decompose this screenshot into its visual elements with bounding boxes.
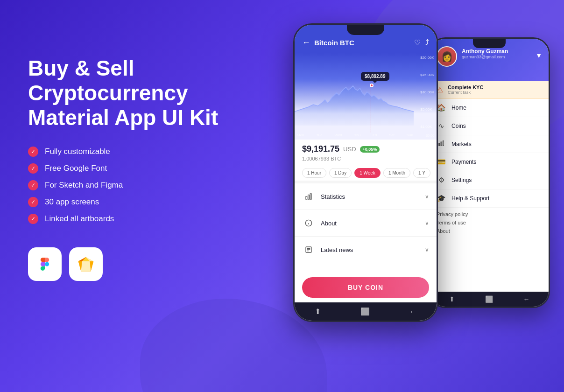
statistics-icon xyxy=(302,190,315,203)
nav2-item-settings[interactable]: ⚙ Settings xyxy=(430,171,549,189)
time-btn-1week[interactable]: 1 Week xyxy=(354,168,381,178)
svg-rect-10 xyxy=(310,194,311,199)
nav2-item-home[interactable]: 🏠 Home xyxy=(430,99,549,117)
phone2-nav-back[interactable]: ⬆ xyxy=(449,295,455,303)
nav2-item-help[interactable]: 🎓 Help & Support xyxy=(430,189,549,208)
phone2-nav-home[interactable]: ⬜ xyxy=(485,295,493,303)
coins-label: Coins xyxy=(451,123,466,129)
kyc-subtitle: Current task xyxy=(448,90,483,95)
feature-item: ✓ 30 app screens xyxy=(28,197,261,207)
chart-day-labels: Mon Tue Wed Thu Fri Sat Sun xyxy=(297,133,413,137)
kyc-title: Complete KYC xyxy=(448,84,483,90)
day-mon: Mon xyxy=(297,133,304,137)
user-email: guzman33@gmail.com xyxy=(462,55,508,59)
price-currency: USD xyxy=(343,146,356,153)
news-icon xyxy=(302,243,315,256)
menu-item-left: About xyxy=(302,217,337,230)
about-link[interactable]: About xyxy=(437,228,542,234)
check-icon: ✓ xyxy=(28,163,38,174)
nav-recent-icon[interactable]: ← xyxy=(409,308,417,316)
check-icon: ✓ xyxy=(28,147,38,157)
help-label: Help & Support xyxy=(451,195,489,202)
user-avatar: 👩 xyxy=(437,46,457,67)
kyc-text-group: Complete KYC Current task xyxy=(448,84,483,95)
time-btn-1month[interactable]: 1 Month xyxy=(383,168,410,178)
back-arrow-icon[interactable]: ← xyxy=(302,38,310,48)
news-label: Latest news xyxy=(321,246,353,253)
feature-text: 30 app screens xyxy=(45,197,99,207)
phone-header-left: ← Bitcoin BTC xyxy=(302,38,354,48)
left-section: Buy & SellCryptocurrencyMaterial App UI … xyxy=(28,56,261,281)
time-filters: 1 Hour 1 Day 1 Week 1 Month 1 Y xyxy=(295,165,437,181)
user-name: Anthony Guzman xyxy=(462,48,508,55)
chart-label-1k: $1.00K xyxy=(420,125,434,129)
privacy-link[interactable]: Privacy policy xyxy=(437,211,542,217)
settings-label: Settings xyxy=(451,177,472,183)
buy-coin-button[interactable]: BUY COIN xyxy=(302,277,429,298)
feature-item: ✓ Linked all artboards xyxy=(28,214,261,224)
statistics-label: Statistics xyxy=(321,193,345,200)
phone-main: ← Bitcoin BTC ♡ ⤴ $20.00K $15.00K $10.00… xyxy=(293,23,438,322)
price-section: $9,191.75 USD +0,05% 1.00067933 BTC xyxy=(295,140,437,165)
nav2-item-payments[interactable]: 💳 Payments xyxy=(430,153,549,171)
nav2-item-markets[interactable]: Markets xyxy=(430,135,549,153)
markets-icon xyxy=(437,140,446,148)
check-icon: ✓ xyxy=(28,180,38,190)
figma-logo xyxy=(28,247,62,281)
day-tue: Tue xyxy=(316,133,323,137)
price-change-badge: +0,05% xyxy=(360,146,380,153)
share-icon[interactable]: ⤴ xyxy=(425,38,429,47)
about-label: About xyxy=(321,220,337,227)
nav-back-icon[interactable]: ⬆ xyxy=(315,307,321,316)
feature-item: ✓ Fully customizable xyxy=(28,147,261,157)
menu-item-statistics[interactable]: Statistics ∨ xyxy=(295,183,437,210)
svg-rect-9 xyxy=(308,195,310,199)
info-icon xyxy=(302,217,315,230)
feature-text: Linked all artboards xyxy=(45,214,114,224)
feature-text: For Sketch and Figma xyxy=(45,181,123,190)
phone2-footer: Privacy policy Terms of use About xyxy=(430,208,549,238)
time-btn-1hour[interactable]: 1 Hour xyxy=(302,168,326,178)
menu-item-news[interactable]: Latest news ∨ xyxy=(295,237,437,263)
nav2-item-coins[interactable]: ∿ Coins xyxy=(430,117,549,135)
markets-label: Markets xyxy=(451,141,472,147)
svg-rect-8 xyxy=(306,196,307,199)
coins-icon: ∿ xyxy=(437,122,446,130)
phone-nav-bar: ⬆ ⬜ ← xyxy=(295,302,437,321)
features-list: ✓ Fully customizable ✓ Free Google Font … xyxy=(28,147,261,224)
day-sun: Sun xyxy=(407,133,413,137)
phone-main-title: Bitcoin BTC xyxy=(314,39,354,47)
nav-home-icon[interactable]: ⬜ xyxy=(360,307,370,316)
price-row: $9,191.75 USD +0,05% xyxy=(302,144,429,154)
time-btn-1day[interactable]: 1 Day xyxy=(329,168,352,178)
user-info: Anthony Guzman guzman33@gmail.com xyxy=(462,48,508,59)
home-icon: 🏠 xyxy=(437,104,446,112)
phone2-nav-recent[interactable]: ← xyxy=(523,295,530,303)
feature-item: ✓ For Sketch and Figma xyxy=(28,180,261,190)
dropdown-arrow-icon[interactable]: ▼ xyxy=(536,52,542,59)
time-btn-1y[interactable]: 1 Y xyxy=(413,168,430,178)
check-icon: ✓ xyxy=(28,197,38,207)
heart-icon[interactable]: ♡ xyxy=(414,38,421,47)
chart-label-15k: $15.00K xyxy=(420,73,434,77)
tool-logos xyxy=(28,247,261,281)
feature-item: ✓ Free Google Font xyxy=(28,163,261,174)
terms-link[interactable]: Terms of use xyxy=(437,220,542,225)
phone-notch xyxy=(347,25,384,35)
menu-section: Statistics ∨ About ∨ xyxy=(295,181,437,263)
svg-rect-18 xyxy=(439,143,440,146)
chevron-down-icon: ∨ xyxy=(425,193,429,200)
menu-item-left: Latest news xyxy=(302,243,353,256)
kyc-banner[interactable]: ⚠ Complete KYC Current task xyxy=(430,81,549,99)
payments-label: Payments xyxy=(451,159,476,165)
phone-secondary: 👩 Anthony Guzman guzman33@gmail.com ▼ ⚠ … xyxy=(429,37,550,308)
header-icons: ♡ ⤴ xyxy=(414,38,429,47)
chart-label-20k: $20.00K xyxy=(420,56,434,60)
chart-tooltip: $8,892.89 xyxy=(361,72,389,81)
check-icon: ✓ xyxy=(28,214,38,224)
chart-labels-right: $20.00K $15.00K $10.00K $5.00K $1.00K xyxy=(420,56,434,129)
day-thu: Thu xyxy=(354,133,360,137)
chevron-down-icon: ∨ xyxy=(425,220,429,226)
menu-item-about[interactable]: About ∨ xyxy=(295,210,437,237)
help-icon: 🎓 xyxy=(437,194,446,203)
